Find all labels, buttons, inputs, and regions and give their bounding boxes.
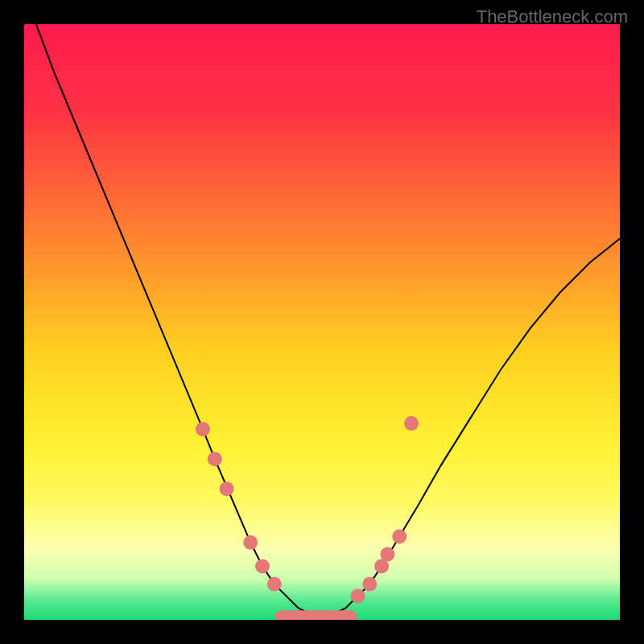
- data-point: [267, 577, 282, 592]
- chart-background: [24, 24, 620, 620]
- data-point: [255, 559, 270, 573]
- data-point: [404, 416, 419, 431]
- chart-svg: [24, 24, 620, 620]
- data-point: [243, 535, 258, 550]
- data-point: [350, 588, 365, 603]
- watermark: TheBottleneck.com: [477, 6, 628, 27]
- data-point: [392, 529, 407, 543]
- bottleneck-chart: [24, 24, 620, 620]
- data-point: [208, 452, 222, 466]
- data-point: [220, 481, 234, 496]
- data-point: [196, 422, 210, 436]
- data-point: [362, 577, 377, 592]
- data-point: [380, 547, 394, 562]
